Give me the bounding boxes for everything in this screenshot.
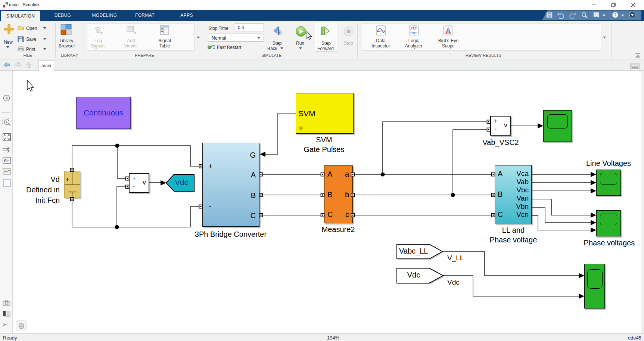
new-dropdown-icon[interactable] (6, 46, 9, 48)
review-gallery-dropdown-icon[interactable] (603, 37, 606, 38)
v-label: v (143, 179, 146, 186)
line-voltages-label: Line Voltages (579, 159, 638, 168)
run-dropdown-icon[interactable] (299, 47, 302, 49)
svg-text:»: » (594, 13, 596, 16)
step-back-button[interactable]: Step (271, 41, 283, 46)
print-dropdown-icon[interactable] (43, 48, 46, 50)
minimize-button[interactable] (588, 0, 600, 10)
bridge-minus-port-label: - (209, 201, 212, 211)
qat-help-dropdown-icon[interactable] (621, 15, 624, 16)
svg-text:?: ? (614, 13, 616, 17)
tab-debug[interactable]: DEBUG (49, 10, 77, 21)
qat-redo-icon[interactable] (570, 12, 576, 19)
step-forward-label1: Step (321, 41, 331, 46)
svm-subsystem-block[interactable]: SVM (296, 93, 354, 134)
close-button[interactable] (628, 0, 639, 10)
prepare-gallery-dropdown-icon[interactable] (197, 37, 200, 38)
phase-voltages-scope-block[interactable] (596, 210, 621, 236)
title-bar: main - Simulink (0, 0, 644, 10)
line-voltages-scope-block[interactable] (596, 170, 621, 196)
add-viewer-button[interactable]: AddViewer (120, 38, 142, 49)
vdc-wire-label: Vdc (447, 278, 460, 286)
ll-phase-voltage-block[interactable]: A B C VcaVabVbcVanVbnVcn (495, 165, 532, 224)
collapse-ribbon-icon[interactable] (635, 53, 641, 58)
signal-table-icon (160, 25, 170, 35)
qat-gallery-dropdown-icon[interactable] (603, 15, 606, 16)
subsystem-badge-icon (298, 125, 304, 132)
stop-time-input[interactable]: 0.4 (235, 24, 264, 31)
birds-eye-scope-button[interactable]: Bird's-EyeScope (437, 38, 460, 49)
toolstrip-tab-row: SIMULATION DEBUG MODELING FORMAT APPS » … (0, 10, 644, 21)
measure-c-in-label: C (327, 210, 333, 219)
window-title: main - Simulink (9, 2, 40, 7)
new-button[interactable]: New (4, 40, 13, 45)
voltage-measure-block[interactable]: + - v (129, 173, 149, 193)
sim-mode-select[interactable]: Normal (208, 34, 264, 42)
canvas-right-strip (641, 71, 644, 333)
print-button[interactable]: Print (26, 47, 35, 52)
expand-palette-icon[interactable]: » (3, 321, 6, 327)
zoom-select-icon[interactable] (2, 118, 11, 127)
open-button[interactable]: Open (26, 26, 37, 31)
data-inspector-button[interactable]: DataInspector (370, 38, 392, 49)
stop-button[interactable]: Stop (344, 41, 353, 46)
maximize-button[interactable] (608, 0, 619, 10)
qat-minimize-toolstrip-icon[interactable] (629, 12, 635, 18)
measure-a-in-label: A (327, 170, 332, 179)
status-zoom: 194% (327, 335, 339, 341)
vab-vsc2-measure-block[interactable]: + - v (490, 116, 511, 136)
measure2-block[interactable]: A B C a b c (324, 165, 353, 223)
signal-lines-icon[interactable] (2, 146, 11, 153)
svm-label: SVMGate Pulses (294, 136, 354, 154)
up-icon[interactable] (25, 61, 32, 68)
save-dropdown-icon[interactable] (43, 38, 46, 40)
scope-screen (600, 214, 617, 225)
logic-analyzer-button[interactable]: LogicAnalyzer (402, 38, 425, 49)
vll-vdc-scope-block[interactable] (584, 264, 605, 309)
model-browser-icon[interactable] (3, 310, 10, 317)
fast-restart-button[interactable]: Fast Restart (217, 45, 241, 50)
measure-a-out-label: a (345, 170, 349, 179)
palette-separator (2, 112, 10, 113)
fit-to-view-icon[interactable] (3, 133, 11, 141)
vab-vsc2-scope-block[interactable] (543, 110, 572, 142)
bridge-converter-block[interactable]: G + - A B C (202, 143, 259, 227)
library-browser-button[interactable]: LibraryBrowser (59, 38, 74, 49)
open-dropdown-icon[interactable] (43, 27, 46, 29)
ll-out-labels: VcaVabVbcVanVbnVcn (516, 170, 529, 219)
bridge-g-port-label: G (250, 151, 256, 159)
step-back-dropdown-icon[interactable] (280, 47, 283, 49)
run-button[interactable]: Run (296, 41, 304, 46)
vd-source-block[interactable] (64, 171, 80, 198)
tab-modeling[interactable]: MODELING (87, 10, 122, 21)
tab-simulation[interactable]: SIMULATION (1, 11, 40, 21)
status-solver[interactable]: ode45 (628, 335, 641, 341)
simulink-logo-icon (3, 2, 9, 8)
vab-vsc2-label: Vab_VSC2 (471, 138, 531, 147)
qat-gallery-icon[interactable]: » (594, 12, 600, 18)
scope-screen (600, 173, 617, 185)
document-tab-main[interactable]: main (38, 61, 54, 71)
camera-icon[interactable] (3, 300, 10, 306)
powergui-continuous-block[interactable]: Continuous (76, 97, 131, 129)
keyboard-shortcuts-icon[interactable] (630, 63, 640, 69)
hide-browser-icon[interactable] (3, 94, 10, 102)
ll-b-port-label: B (498, 190, 503, 199)
data-browser-button[interactable] (16, 320, 27, 331)
tab-format[interactable]: FORMAT (130, 10, 160, 21)
annotation-icon[interactable]: A (3, 157, 11, 164)
qat-help-icon[interactable]: ? (612, 12, 618, 18)
measure-c-out-label: c (345, 210, 349, 219)
tab-apps[interactable]: APPS (175, 10, 199, 21)
qat-save-icon[interactable] (547, 12, 552, 18)
simulink-window: main - Simulink SIMULATION DEBUG MODELIN… (0, 0, 644, 341)
log-signals-button[interactable]: LogSignals (87, 38, 109, 49)
qat-undo-icon[interactable] (557, 12, 564, 19)
minus-label: - (494, 125, 497, 133)
forward-icon[interactable] (14, 62, 22, 68)
back-icon[interactable] (3, 62, 10, 68)
stop-icon (343, 26, 354, 37)
save-button[interactable]: Save (26, 37, 36, 42)
signal-table-button[interactable]: SignalTable (153, 38, 176, 49)
qat-search-icon[interactable] (582, 13, 587, 18)
